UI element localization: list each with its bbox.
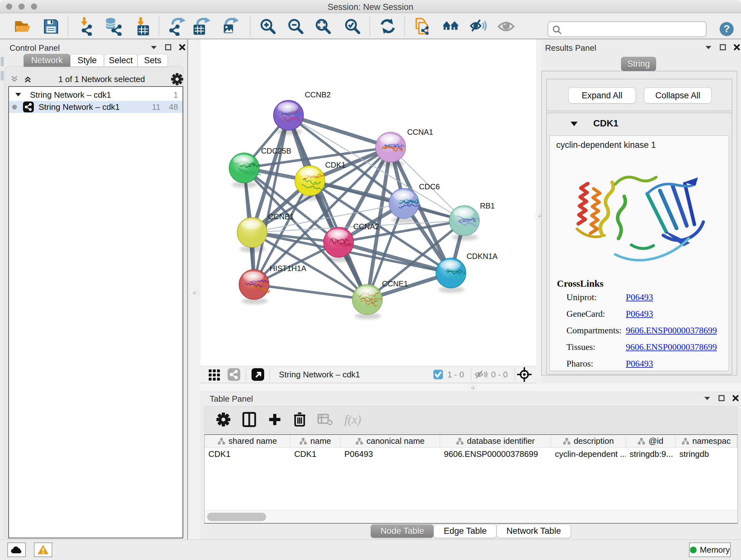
tab-edge-table[interactable]: Edge Table bbox=[434, 524, 496, 538]
svg-text:?: ? bbox=[724, 23, 730, 35]
hide-selected-button[interactable] bbox=[469, 17, 488, 36]
warning-status-button[interactable] bbox=[34, 543, 52, 557]
tab-node-table[interactable]: Node Table bbox=[370, 524, 434, 538]
tab-sets[interactable]: Sets bbox=[138, 54, 168, 67]
vertical-splitter-left[interactable] bbox=[189, 39, 200, 540]
table-horizontal-scrollbar[interactable] bbox=[205, 510, 738, 523]
network-edge[interactable] bbox=[289, 114, 391, 146]
network-selected-status: 1 of 1 Network selected bbox=[32, 74, 171, 84]
close-panel-icon[interactable] bbox=[732, 395, 739, 401]
table-cell[interactable]: cyclin-dependent ... bbox=[551, 448, 626, 460]
tab-network[interactable]: Network bbox=[23, 54, 70, 67]
network-edge[interactable] bbox=[254, 285, 367, 300]
close-panel-icon[interactable] bbox=[179, 44, 186, 51]
network-node-ccnb2[interactable]: CCNB2 bbox=[273, 90, 331, 135]
results-tab-string[interactable]: String bbox=[621, 57, 656, 71]
column-header[interactable]: database identifier bbox=[440, 435, 551, 447]
table-cell[interactable]: CDK1 bbox=[290, 448, 340, 460]
table-cell[interactable]: stringdb:9... bbox=[626, 448, 676, 460]
splitter-grip[interactable] bbox=[469, 384, 476, 391]
apply-layout-button[interactable] bbox=[379, 17, 397, 36]
network-edge[interactable] bbox=[288, 117, 390, 148]
export-network-button[interactable] bbox=[168, 17, 186, 36]
export-image-button[interactable] bbox=[221, 17, 240, 36]
gear-icon[interactable] bbox=[171, 73, 184, 85]
crosslink-value-link[interactable]: P06493 bbox=[626, 359, 653, 369]
collapse-all-button[interactable]: Collapse All bbox=[644, 87, 712, 104]
crosshair-icon[interactable] bbox=[517, 367, 532, 382]
maximize-panel-icon[interactable] bbox=[165, 44, 172, 51]
column-header[interactable]: @id bbox=[626, 435, 676, 447]
import-network-button[interactable] bbox=[76, 17, 95, 36]
crosslink-label: Uniprot: bbox=[566, 292, 626, 302]
search-box[interactable] bbox=[548, 21, 706, 37]
network-canvas[interactable]: CCNB2CCNA1CDC25BCDK1CDC6RB1CCNB1CCNA2CDK… bbox=[200, 39, 536, 366]
selected-checkbox-icon[interactable] bbox=[433, 369, 444, 380]
expand-all-icon[interactable] bbox=[23, 74, 32, 84]
tree-expander-icon[interactable] bbox=[14, 91, 22, 99]
expand-all-button[interactable]: Expand All bbox=[568, 87, 636, 104]
crosslink-value-link[interactable]: P06493 bbox=[626, 292, 653, 302]
table-cell[interactable]: 9606.ENSP00000378699 bbox=[440, 448, 551, 460]
scrollbar-thumb[interactable] bbox=[207, 513, 266, 521]
tab-network-table[interactable]: Network Table bbox=[496, 524, 571, 538]
save-session-button[interactable] bbox=[42, 17, 60, 36]
column-header[interactable]: canonical name bbox=[340, 435, 440, 447]
float-panel-icon[interactable] bbox=[150, 44, 158, 51]
table-cell[interactable]: stringdb bbox=[676, 448, 737, 460]
network-edge[interactable] bbox=[254, 284, 367, 299]
horizontal-splitter[interactable] bbox=[200, 383, 741, 392]
memory-button[interactable]: Memory bbox=[689, 543, 731, 557]
help-button[interactable]: ? bbox=[719, 22, 734, 38]
table-settings-gear-icon[interactable] bbox=[216, 412, 231, 427]
show-all-button[interactable] bbox=[497, 17, 516, 36]
collapse-all-icon[interactable] bbox=[10, 74, 19, 84]
add-icon[interactable] bbox=[268, 413, 282, 427]
zoom-out-button[interactable] bbox=[286, 17, 305, 36]
show-columns-icon[interactable] bbox=[242, 412, 256, 427]
import-table-button[interactable] bbox=[133, 17, 151, 36]
zoom-fit-button[interactable] bbox=[314, 17, 332, 36]
column-header[interactable]: shared name bbox=[205, 435, 290, 447]
crosslink-value-link[interactable]: P06493 bbox=[626, 309, 653, 319]
table-cell[interactable]: CDK1 bbox=[205, 448, 290, 460]
column-header[interactable]: namespac bbox=[676, 435, 737, 447]
crosslink-value-link[interactable]: 9606.ENSP00000378699 bbox=[626, 325, 717, 335]
node-label: CCNE1 bbox=[382, 279, 408, 288]
export-table-button[interactable] bbox=[193, 17, 211, 36]
rail-tab-icon[interactable] bbox=[1, 57, 4, 66]
column-header[interactable]: description bbox=[551, 435, 626, 447]
splitter-grip[interactable] bbox=[191, 289, 198, 296]
grid-view-icon[interactable] bbox=[207, 368, 221, 381]
float-panel-icon[interactable] bbox=[704, 44, 712, 51]
clone-network-button[interactable] bbox=[413, 17, 431, 36]
float-panel-icon[interactable] bbox=[703, 395, 711, 401]
gene-expander-icon[interactable] bbox=[569, 120, 579, 128]
network-view-icon[interactable] bbox=[227, 368, 241, 381]
table-row[interactable]: CDK1CDK1P064939606.ENSP00000378699cyclin… bbox=[205, 448, 738, 460]
network-collection-row[interactable]: String Network – cdk1 1 bbox=[9, 89, 183, 101]
cloud-status-button[interactable] bbox=[7, 543, 26, 557]
network-row[interactable]: String Network – cdk1 11 48 bbox=[9, 101, 183, 113]
maximize-panel-icon[interactable] bbox=[718, 395, 725, 401]
table-cell[interactable]: P06493 bbox=[340, 448, 440, 460]
rail-tab-icon[interactable] bbox=[1, 71, 4, 80]
delete-icon[interactable] bbox=[293, 412, 306, 427]
column-header[interactable]: name bbox=[290, 435, 340, 447]
network-edge[interactable] bbox=[288, 115, 391, 147]
zoom-in-button[interactable] bbox=[259, 17, 277, 36]
import-network-from-database-button[interactable] bbox=[105, 17, 123, 36]
close-panel-icon[interactable] bbox=[733, 44, 740, 51]
crosslink-value-link[interactable]: 9606.ENSP00000378699 bbox=[626, 342, 717, 352]
network-node-hist1h1a[interactable]: HIST1H1A bbox=[239, 264, 307, 304]
zoom-selected-button[interactable] bbox=[343, 17, 361, 36]
search-icon bbox=[552, 25, 562, 35]
cloud-icon bbox=[10, 545, 23, 555]
tab-style[interactable]: Style bbox=[70, 54, 104, 67]
maximize-panel-icon[interactable] bbox=[719, 44, 726, 51]
birds-eye-view-icon[interactable] bbox=[251, 368, 265, 381]
tab-select[interactable]: Select bbox=[104, 54, 138, 67]
first-neighbors-button[interactable] bbox=[442, 17, 460, 36]
open-session-button[interactable] bbox=[14, 17, 32, 36]
network-node-rb1[interactable]: RB1 bbox=[449, 201, 495, 240]
